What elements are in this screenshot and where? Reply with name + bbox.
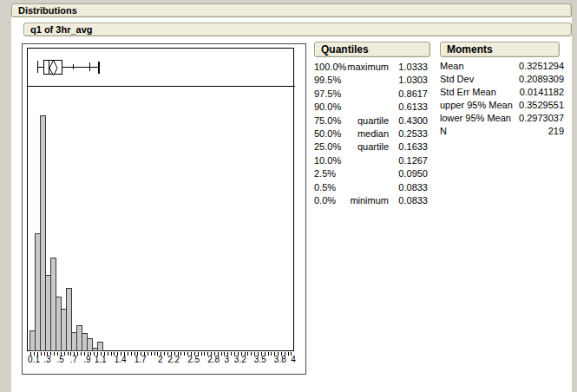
- table-row: 50.0%median0.2533: [314, 128, 428, 141]
- axis-tick-label: .3: [43, 355, 50, 364]
- table-row: Mean0.3251294: [440, 61, 564, 74]
- quantile-value: 0.1267: [398, 155, 428, 166]
- axis-tick-label: 1.1: [95, 355, 107, 364]
- axis-tick: [148, 352, 148, 356]
- axis-tick: [231, 352, 232, 356]
- table-row: Std Err Mean0.0141182: [440, 87, 564, 100]
- boxplot-right-cap: [98, 62, 100, 74]
- axis-tick-label: 2.2: [167, 355, 180, 364]
- axis-tick-label: 2.8: [207, 355, 220, 364]
- quantile-role: maximum: [347, 62, 389, 72]
- axis-tick-label: 2.5: [187, 355, 200, 364]
- table-row: lower 95% Mean0.2973037: [440, 113, 564, 126]
- quantile-value: 0.0833: [398, 195, 428, 206]
- quantile-role: median: [357, 128, 389, 139]
- axis-tick: [251, 352, 252, 356]
- axis-tick: [201, 352, 202, 356]
- table-row: Std Dev0.2089309: [440, 74, 564, 87]
- moment-value: 0.2089309: [519, 74, 564, 84]
- moment-label: Std Dev: [440, 74, 474, 84]
- quantile-role: minimum: [350, 195, 389, 206]
- moment-value: 0.2973037: [519, 113, 564, 123]
- quantile-pct: 25.0%: [314, 141, 341, 152]
- axis-tick: [247, 352, 248, 356]
- moment-value: 0.0141182: [520, 87, 564, 97]
- moment-label: lower 95% Mean: [440, 113, 511, 123]
- boxplot-whisker-tick: [73, 64, 74, 69]
- axis-tick-label: 1.4: [115, 355, 127, 364]
- axis-tick: [68, 352, 69, 356]
- quantile-value: 0.0950: [398, 168, 428, 179]
- boxplot-left-whisker: [37, 67, 43, 68]
- quantile-pct: 50.0%: [314, 128, 341, 139]
- axis-tick: [54, 352, 55, 356]
- quantile-pct: 0.5%: [314, 182, 336, 193]
- axis-tick-label: 0.1: [28, 355, 40, 364]
- boxplot-mean-diamond: [49, 60, 58, 76]
- quantiles-table: 100.0%maximum1.033399.5%1.030397.5%0.861…: [314, 62, 428, 209]
- table-row: 2.5%0.0950: [314, 168, 428, 181]
- quantile-value: 1.0303: [398, 75, 428, 85]
- quantiles-header[interactable]: Quantiles: [314, 42, 430, 57]
- axis-tick-label: 4: [291, 355, 296, 364]
- table-row: 99.5%1.0303: [314, 75, 428, 88]
- axis-tick-label: 3.5: [254, 355, 266, 364]
- axis-tick: [204, 352, 205, 356]
- histogram-bar[interactable]: [97, 342, 103, 351]
- quantile-value: 0.6133: [398, 101, 428, 112]
- table-row: 75.0%quartile0.4300: [314, 115, 428, 128]
- axis-tick: [151, 352, 152, 356]
- variable-header[interactable]: q1 of 3hr_avg: [23, 23, 572, 36]
- table-row: 0.0%minimum0.0833: [314, 195, 428, 208]
- table-row: N219: [440, 126, 564, 139]
- table-row: 10.0%0.1267: [314, 155, 428, 168]
- axis-tick: [288, 352, 289, 356]
- axis-tick-label: .9: [83, 355, 90, 364]
- quantile-pct: 99.5%: [314, 75, 341, 85]
- axis-tick: [154, 352, 155, 356]
- moment-value: 0.3529551: [519, 100, 564, 110]
- axis-tick-label: 3: [225, 355, 230, 364]
- moment-label: Mean: [440, 61, 464, 71]
- moment-label: Std Err Mean: [440, 87, 496, 97]
- boxplot-whisker-tick: [89, 62, 90, 71]
- axis-tick: [81, 352, 82, 356]
- distributions-header[interactable]: Distributions: [11, 3, 572, 17]
- moment-value: 219: [548, 126, 564, 136]
- moments-header[interactable]: Moments: [440, 42, 560, 57]
- moment-label: N: [440, 126, 447, 136]
- quantile-pct: 97.5%: [314, 88, 341, 99]
- axis-tick-label: 1.7: [134, 355, 147, 364]
- axis-tick: [184, 352, 185, 356]
- table-row: upper 95% Mean0.3529551: [440, 100, 564, 113]
- quantile-pct: 0.0%: [314, 195, 336, 206]
- quantile-value: 1.0333: [398, 62, 428, 72]
- quantile-role: quartile: [357, 141, 389, 152]
- quantile-value: 0.1633: [398, 141, 428, 152]
- table-row: 25.0%quartile0.1633: [314, 141, 428, 154]
- table-row: 100.0%maximum1.0333: [314, 62, 428, 75]
- axis-tick-label: .5: [57, 355, 64, 364]
- axis-tick-label: 2: [158, 355, 163, 364]
- table-row: 90.0%0.6133: [314, 101, 428, 114]
- axis-tick-label: 3.8: [274, 355, 286, 364]
- axis-tick: [221, 352, 222, 356]
- boxplot-histogram-separator: [27, 86, 295, 87]
- axis-tick: [271, 352, 272, 356]
- table-row: 97.5%0.8617: [314, 88, 428, 101]
- table-row: 0.5%0.0833: [314, 182, 428, 195]
- quantile-pct: 90.0%: [314, 101, 341, 112]
- axis-tick: [111, 352, 112, 356]
- axis-tick: [90, 352, 91, 356]
- axis-tick: [131, 352, 132, 356]
- axis-tick: [180, 352, 181, 356]
- axis-tick: [41, 352, 42, 356]
- axis-tick: [108, 352, 108, 356]
- quantile-value: 0.8617: [398, 88, 428, 99]
- axis-tick: [128, 352, 128, 356]
- histogram-plot[interactable]: 0.1.3.5.7.91.11.41.722.22.52.833.23.53.8…: [22, 43, 306, 375]
- quantile-role: quartile: [357, 115, 389, 126]
- axis-tick-label: 3.2: [234, 355, 246, 364]
- boxplot-right-whisker: [62, 67, 100, 68]
- axis-tick: [77, 352, 78, 356]
